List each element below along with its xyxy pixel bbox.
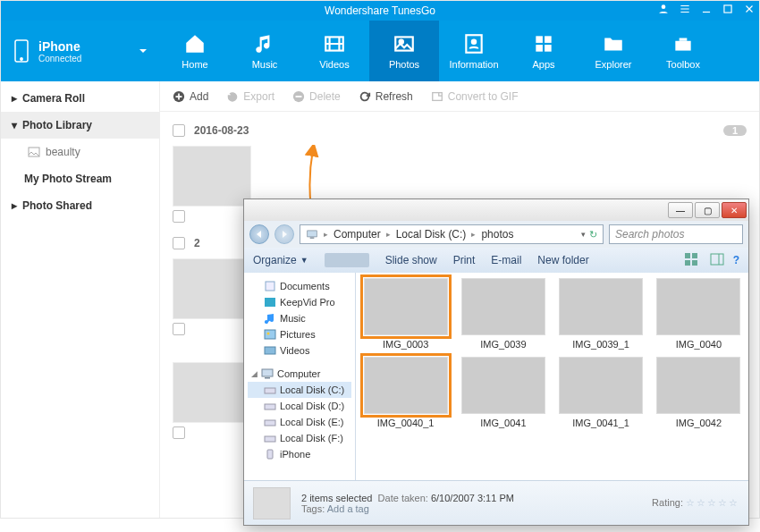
user-icon[interactable] (657, 3, 670, 15)
nav-back-button[interactable] (249, 224, 269, 244)
slideshow-button[interactable]: Slide show (385, 254, 437, 266)
rating-stars[interactable]: ☆☆☆☆☆ (686, 497, 739, 508)
sidebar-item-photo-library[interactable]: ▾ Photo Library (1, 112, 159, 139)
file-item[interactable]: IMG_0042 (653, 357, 745, 428)
dropdown-icon[interactable]: ▾ (581, 230, 586, 239)
photo-checkbox[interactable] (173, 426, 185, 439)
file-item[interactable]: IMG_0003 (359, 278, 452, 350)
preview-pane-icon[interactable] (710, 253, 724, 268)
drive-icon (264, 384, 276, 395)
nav-forward-button[interactable] (274, 224, 294, 244)
sidebar-item-camera-roll[interactable]: ▸ Camera Roll (1, 85, 159, 112)
tree-item[interactable]: Music (248, 310, 351, 326)
close-button[interactable]: ✕ (722, 202, 747, 218)
tree-item[interactable]: Local Disk (F:) (248, 430, 351, 446)
minimize-icon[interactable] (700, 3, 713, 15)
print-button[interactable]: Print (453, 254, 476, 266)
photo-checkbox[interactable] (173, 323, 185, 335)
tree-item[interactable]: Documents (248, 278, 351, 294)
add-button[interactable]: Add (173, 90, 208, 103)
tags-value[interactable]: Add a tag (327, 503, 369, 514)
file-item[interactable]: IMG_0039_1 (555, 278, 647, 350)
music-icon (264, 313, 276, 324)
explorer-toolbar: Organize▼ Slide show Print E-mail New fo… (244, 248, 748, 273)
crumb[interactable]: photos (481, 228, 513, 241)
tree-item[interactable]: Local Disk (D:) (248, 398, 351, 414)
photo-thumb[interactable] (173, 258, 251, 335)
tree-item[interactable]: Pictures (248, 326, 351, 342)
nav-tree: Documents KeepVid Pro Music Pictures Vid… (244, 273, 356, 480)
export-button[interactable]: Export (226, 90, 274, 103)
search-input[interactable]: Search photos (609, 224, 743, 244)
device-selector[interactable]: iPhone Connected (1, 21, 160, 81)
tags-label: Tags: (301, 503, 325, 514)
blurred-button[interactable] (325, 253, 369, 267)
breadcrumb[interactable]: ▸ Computer ▸ Local Disk (C:) ▸ photos ▾ … (300, 224, 604, 244)
newfolder-button[interactable]: New folder (537, 254, 588, 266)
file-thumb (559, 278, 643, 335)
organize-menu[interactable]: Organize▼ (253, 254, 308, 266)
sidebar-item-label: Camera Roll (22, 92, 85, 105)
tree-item[interactable]: KeepVid Pro (248, 294, 351, 310)
tree-item[interactable]: Local Disk (E:) (248, 414, 351, 430)
minimize-button[interactable]: — (668, 202, 693, 218)
tree-item[interactable]: Videos (248, 342, 351, 359)
delete-button[interactable]: Delete (292, 90, 341, 103)
sidebar-item-photo-shared[interactable]: ▸ Photo Shared (1, 192, 159, 219)
group-date: 2 (194, 237, 200, 249)
refresh-icon[interactable]: ↻ (589, 229, 597, 241)
explorer-titlebar[interactable]: — ▢ ✕ (244, 199, 748, 221)
file-item[interactable]: IMG_0041 (457, 357, 549, 428)
photo-checkbox[interactable] (173, 210, 185, 223)
tree-item[interactable]: Local Disk (C:) (248, 382, 351, 398)
toolbar-label: Export (243, 90, 274, 103)
convert-gif-button[interactable]: Convert to GIF (431, 90, 519, 103)
music-icon (253, 32, 276, 55)
photo-group-header[interactable]: 2016-08-23 1 (173, 124, 747, 137)
crumb[interactable]: Computer (334, 228, 381, 241)
file-item[interactable]: IMG_0039 (457, 278, 549, 350)
nav-videos[interactable]: Videos (300, 21, 369, 81)
drive-icon (264, 417, 276, 427)
file-item[interactable]: IMG_0041_1 (555, 357, 647, 428)
file-item[interactable]: IMG_0040 (653, 278, 745, 350)
maximize-icon[interactable] (722, 3, 734, 15)
view-options-icon[interactable] (685, 253, 701, 268)
svg-rect-19 (685, 253, 690, 258)
group-checkbox[interactable] (173, 124, 185, 137)
group-checkbox[interactable] (173, 237, 185, 249)
refresh-button[interactable]: Refresh (359, 90, 413, 103)
photo-thumb[interactable] (173, 362, 251, 439)
close-icon[interactable] (743, 3, 756, 15)
svg-rect-35 (267, 450, 273, 459)
nav-information[interactable]: Information (439, 21, 509, 81)
sidebar-item-beaulty[interactable]: beaulty (1, 139, 159, 165)
file-item[interactable]: IMG_0040_1 (359, 357, 452, 428)
menu-icon[interactable] (679, 3, 691, 15)
tree-item-computer[interactable]: ◢Computer (248, 366, 351, 382)
nav-home[interactable]: Home (160, 21, 230, 81)
file-name: IMG_0003 (383, 339, 428, 350)
tree-label: Local Disk (D:) (280, 401, 344, 411)
file-pane[interactable]: IMG_0003 IMG_0039 IMG_0039_1 IMG_0040 IM… (356, 273, 748, 480)
nav-explorer[interactable]: Explorer (578, 21, 648, 81)
email-button[interactable]: E-mail (491, 254, 521, 266)
status-bar: 2 items selected Date taken: 6/10/2007 3… (244, 480, 748, 525)
maximize-button[interactable]: ▢ (695, 202, 720, 218)
svg-rect-31 (265, 388, 275, 393)
help-icon[interactable]: ? (733, 254, 739, 266)
file-name: IMG_0042 (676, 418, 722, 428)
toolbox-icon (671, 32, 695, 55)
sidebar-item-my-photo-stream[interactable]: My Photo Stream (1, 165, 159, 192)
nav-music[interactable]: Music (230, 21, 300, 81)
tree-item[interactable]: iPhone (248, 446, 351, 462)
nav-label: Explorer (595, 59, 632, 70)
nav-apps[interactable]: Apps (509, 21, 578, 81)
svg-rect-26 (265, 330, 275, 339)
nav-toolbox[interactable]: Toolbox (648, 21, 718, 81)
svg-rect-20 (692, 253, 697, 258)
chevron-right-icon: ▸ (386, 230, 391, 239)
nav-photos[interactable]: Photos (369, 21, 439, 81)
crumb[interactable]: Local Disk (C:) (396, 228, 467, 241)
photo-thumb[interactable] (173, 146, 251, 223)
